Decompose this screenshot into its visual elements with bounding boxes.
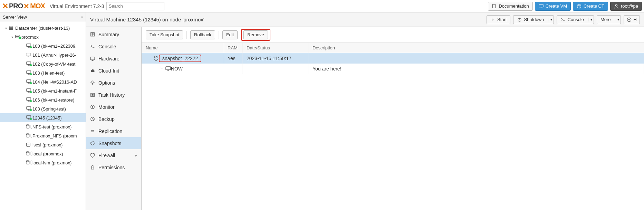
svg-point-16: [26, 124, 29, 126]
tree-item[interactable]: NFS-test (proxmox): [0, 122, 86, 131]
tree-item[interactable]: 102 (Copy-of-VM-test: [0, 59, 86, 68]
play-icon: [490, 17, 495, 22]
rollback-button[interactable]: Rollback: [190, 30, 215, 39]
column-header-description[interactable]: Description: [308, 43, 644, 53]
vm-tab-snapshots[interactable]: Snapshots: [86, 137, 141, 149]
power-icon: [517, 17, 522, 22]
console-icon: [90, 44, 95, 49]
user-menu-button[interactable]: root@pa: [610, 2, 642, 11]
storage-icon: [26, 160, 32, 166]
svg-rect-3: [9, 27, 13, 28]
edit-button[interactable]: Edit: [222, 30, 238, 39]
vm-tab-firewall[interactable]: Firewall▸: [86, 149, 141, 161]
vm-tab-label: Monitor: [98, 104, 115, 110]
svg-rect-24: [31, 161, 32, 164]
vm-on-icon: [26, 61, 32, 67]
vm-tab-monitor[interactable]: Monitor: [86, 101, 141, 113]
tree-item-label: 103 (Helen-test): [32, 70, 65, 76]
vm-on-icon: [26, 106, 32, 112]
snapshot-row[interactable]: snapshot_22222 Yes2023-11-15 11:50:17: [142, 53, 644, 64]
svg-rect-31: [91, 93, 95, 97]
vm-tab-label: Firewall: [98, 153, 115, 158]
svg-point-30: [92, 82, 93, 83]
shutdown-button[interactable]: Shutdown ▾: [513, 15, 554, 24]
cell-name: snapshot_22222: [142, 53, 224, 64]
tree-item[interactable]: local (proxmox): [0, 149, 86, 158]
remove-button[interactable]: Remove: [243, 30, 268, 39]
vm-on-icon: [26, 70, 32, 76]
vm-tab-task-history[interactable]: Task History: [86, 89, 141, 101]
vm-tab-permissions[interactable]: Permissions: [86, 161, 141, 173]
proxmox-logo: ✕ PRO✕MOX: [2, 2, 48, 11]
documentation-button[interactable]: Documentation: [488, 2, 532, 11]
svg-point-33: [92, 106, 93, 107]
storage-icon: [26, 124, 32, 130]
svg-rect-0: [539, 4, 543, 7]
storage-icon: [26, 151, 32, 157]
tree-item[interactable]: 103 (Helen-test): [0, 68, 86, 77]
view-selector[interactable]: Server View ▾: [0, 12, 86, 22]
chevron-down-icon: ▾: [615, 18, 619, 21]
tree-item-label: 106 (bk-vm1-restore): [32, 97, 74, 103]
tree-item[interactable]: ▾Datacenter (cluster-test-13): [0, 23, 86, 32]
vm-tab-options[interactable]: Options: [86, 77, 141, 89]
summary-icon: [90, 32, 95, 37]
top-header: ✕ PRO✕MOX Virtual Environment 7.2-3 Docu…: [0, 0, 644, 12]
column-header-date[interactable]: Date/Status: [242, 43, 308, 53]
tree-item[interactable]: local-lvm (proxmox): [0, 158, 86, 167]
resource-tree: ▾Datacenter (cluster-test-13)▾proxmox100…: [0, 22, 86, 210]
user-icon: [614, 4, 619, 9]
help-button[interactable]: ? H: [624, 15, 640, 24]
tree-item[interactable]: iscsi (proxmox): [0, 140, 86, 149]
svg-rect-2: [9, 26, 13, 27]
tree-item-label: 101 (Arthur-Hyper-26-: [32, 52, 76, 58]
search-input[interactable]: [106, 2, 164, 10]
vm-tab-console[interactable]: Console: [86, 40, 141, 52]
tree-item[interactable]: 106 (bk-vm1-restore): [0, 95, 86, 104]
rollback-label: Rollback: [194, 32, 211, 37]
vm-tab-cloud-init[interactable]: Cloud-Init: [86, 65, 141, 77]
vm-tab-backup[interactable]: Backup: [86, 113, 141, 125]
tree-item[interactable]: 100 (bk-vm1--202309.: [0, 41, 86, 50]
tree-item[interactable]: Proxmox_NFS (proxm: [0, 131, 86, 140]
tree-item-label: 104 (Neil-WS2016-AD: [32, 79, 77, 85]
documentation-label: Documentation: [499, 3, 529, 9]
snapshot-row[interactable]: └ NOWYou are here!: [142, 64, 644, 74]
create-vm-button[interactable]: Create VM: [535, 2, 571, 11]
storage-plain-icon: [26, 142, 32, 147]
help-icon: ?: [627, 17, 632, 22]
tree-item[interactable]: 12345 (12345): [0, 113, 86, 122]
vm-tab-hardware[interactable]: Hardware: [86, 52, 141, 65]
start-button[interactable]: Start: [487, 15, 510, 24]
svg-rect-19: [31, 134, 32, 137]
book-icon: [492, 4, 497, 9]
tree-item-label: local-lvm (proxmox): [32, 160, 71, 165]
tree-item[interactable]: 101 (Arthur-Hyper-26-: [0, 50, 86, 59]
replication-icon: [90, 129, 95, 134]
tree-item[interactable]: 104 (Neil-WS2016-AD: [0, 77, 86, 86]
tree-item[interactable]: 108 (Spring-test): [0, 104, 86, 113]
page-title: Virtual Machine 12345 (12345) on node 'p…: [90, 17, 204, 22]
svg-point-20: [27, 143, 30, 144]
chevron-down-icon: ▾: [588, 18, 592, 21]
more-button[interactable]: More ▾: [597, 15, 621, 24]
cell-ram: [224, 64, 242, 74]
tree-item[interactable]: 105 (bk-vm1-Instant-F: [0, 86, 86, 95]
hardware-icon: [90, 56, 95, 61]
column-header-name[interactable]: Name: [142, 43, 224, 53]
vm-tab-label: Task History: [98, 92, 125, 98]
console-button[interactable]: Console ▾: [557, 15, 594, 24]
take-snapshot-button[interactable]: Take Snapshot: [146, 30, 183, 39]
snapshot-name-highlight: snapshot_22222: [159, 55, 201, 62]
tree-item[interactable]: ▾proxmox: [0, 32, 86, 41]
edit-label: Edit: [226, 32, 234, 37]
vm-tab-replication[interactable]: Replication: [86, 125, 141, 137]
vm-tab-list: SummaryConsoleHardwareCloud-InitOptionsT…: [86, 27, 142, 210]
backup-icon: [90, 117, 95, 122]
column-header-ram[interactable]: RAM: [224, 43, 242, 53]
expand-icon: ▾: [10, 35, 15, 39]
create-ct-button[interactable]: Create CT: [573, 2, 608, 11]
tree-item-label: local (proxmox): [32, 151, 63, 156]
vm-tab-summary[interactable]: Summary: [86, 28, 141, 40]
vm-tab-label: Replication: [98, 128, 122, 134]
